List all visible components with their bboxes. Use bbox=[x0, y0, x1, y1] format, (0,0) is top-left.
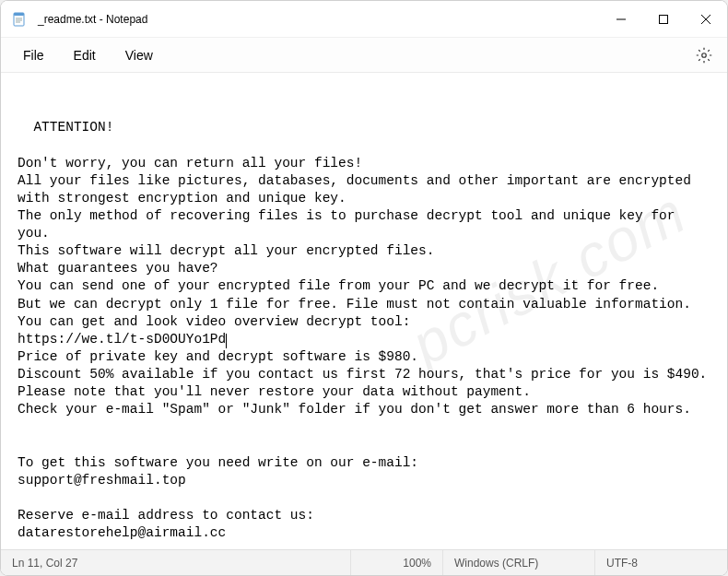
close-icon bbox=[701, 15, 710, 24]
window-title: _readme.txt - Notepad bbox=[38, 13, 600, 26]
menu-view[interactable]: View bbox=[111, 42, 168, 68]
maximize-button[interactable] bbox=[642, 1, 685, 37]
notepad-app-icon bbox=[12, 12, 27, 27]
svg-rect-6 bbox=[660, 15, 668, 23]
status-cursor-position: Ln 11, Col 27 bbox=[1, 550, 351, 575]
text-editor-area[interactable]: pcrisk.com ATTENTION! Don't worry, you c… bbox=[1, 73, 727, 549]
status-line-ending: Windows (CRLF) bbox=[443, 550, 595, 575]
status-zoom[interactable]: 100% bbox=[351, 550, 443, 575]
menu-file[interactable]: File bbox=[8, 42, 59, 68]
titlebar: _readme.txt - Notepad bbox=[1, 1, 727, 38]
text-caret bbox=[226, 334, 227, 348]
watermark-text: pcrisk.com bbox=[398, 173, 699, 383]
menu-edit[interactable]: Edit bbox=[59, 42, 111, 68]
svg-rect-1 bbox=[14, 13, 24, 16]
close-button[interactable] bbox=[685, 1, 727, 37]
status-encoding: UTF-8 bbox=[595, 550, 727, 575]
menubar: File Edit View bbox=[1, 38, 727, 73]
svg-point-9 bbox=[702, 53, 707, 57]
window-controls bbox=[600, 1, 727, 37]
minimize-button[interactable] bbox=[600, 1, 642, 37]
minimize-icon bbox=[616, 15, 626, 24]
maximize-icon bbox=[659, 15, 668, 24]
gear-icon bbox=[696, 47, 712, 64]
statusbar: Ln 11, Col 27 100% Windows (CRLF) UTF-8 bbox=[1, 549, 727, 575]
settings-button[interactable] bbox=[688, 40, 720, 71]
notepad-window: _readme.txt - Notepad File Edit View p bbox=[0, 0, 728, 576]
